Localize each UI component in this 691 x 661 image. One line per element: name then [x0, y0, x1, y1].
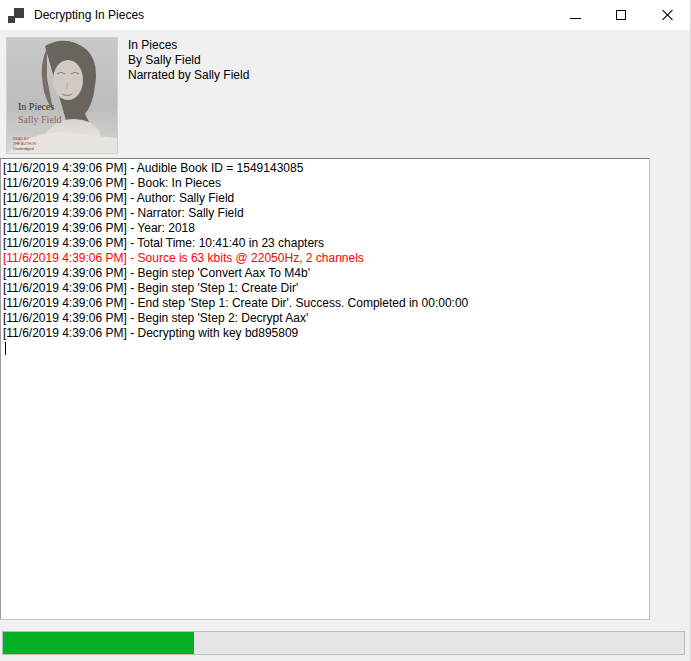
book-cover-image: In Pieces Sally Field READ BY THE AUTHOR…: [7, 38, 117, 153]
maximize-button[interactable]: [598, 0, 644, 30]
close-button[interactable]: [644, 0, 690, 30]
minimize-button[interactable]: [552, 0, 598, 30]
minimize-icon: [570, 18, 581, 19]
log-line: [11/6/2019 4:39:06 PM] - Begin step 'Ste…: [3, 311, 647, 326]
book-title: In Pieces: [128, 38, 249, 53]
progress-bar: [2, 631, 685, 655]
log-line: [11/6/2019 4:39:06 PM] - Audible Book ID…: [3, 161, 647, 176]
log-line: [11/6/2019 4:39:06 PM] - Begin step 'Ste…: [3, 281, 647, 296]
cover-edition-text: Unabridged: [13, 146, 34, 151]
book-info: In Pieces By Sally Field Narrated by Sal…: [128, 38, 249, 83]
log-line: [11/6/2019 4:39:06 PM] - Book: In Pieces: [3, 176, 647, 191]
log-line: [11/6/2019 4:39:06 PM] - Begin step 'Con…: [3, 266, 647, 281]
cover-title-text: In Pieces: [18, 101, 54, 112]
log-line-error: [11/6/2019 4:39:06 PM] - Source is 63 kb…: [3, 251, 647, 266]
log-line: [11/6/2019 4:39:06 PM] - End step 'Step …: [3, 296, 647, 311]
titlebar[interactable]: Decrypting In Pieces: [0, 0, 690, 30]
book-narrator: Narrated by Sally Field: [128, 68, 249, 83]
progress-bar-fill: [3, 632, 194, 654]
cover-author-text: Sally Field: [18, 114, 62, 125]
text-caret: [5, 342, 6, 355]
log-line: [11/6/2019 4:39:06 PM] - Narrator: Sally…: [3, 206, 647, 221]
log-line: [11/6/2019 4:39:06 PM] - Total Time: 10:…: [3, 236, 647, 251]
maximize-icon: [616, 10, 626, 20]
log-line: [11/6/2019 4:39:06 PM] - Decrypting with…: [3, 326, 647, 341]
log-textbox[interactable]: [11/6/2019 4:39:06 PM] - Audible Book ID…: [0, 158, 650, 620]
app-squares-icon: [8, 8, 24, 23]
cover-readby-line1: READ BY: [13, 137, 29, 141]
book-author: By Sally Field: [128, 53, 249, 68]
log-line: [11/6/2019 4:39:06 PM] - Year: 2018: [3, 221, 647, 236]
close-icon: [661, 9, 673, 21]
cover-readby-line2: THE AUTHOR: [13, 142, 37, 146]
app-window: Decrypting In Pieces: [0, 0, 691, 661]
window-title: Decrypting In Pieces: [34, 8, 144, 22]
log-line: [11/6/2019 4:39:06 PM] - Author: Sally F…: [3, 191, 647, 206]
